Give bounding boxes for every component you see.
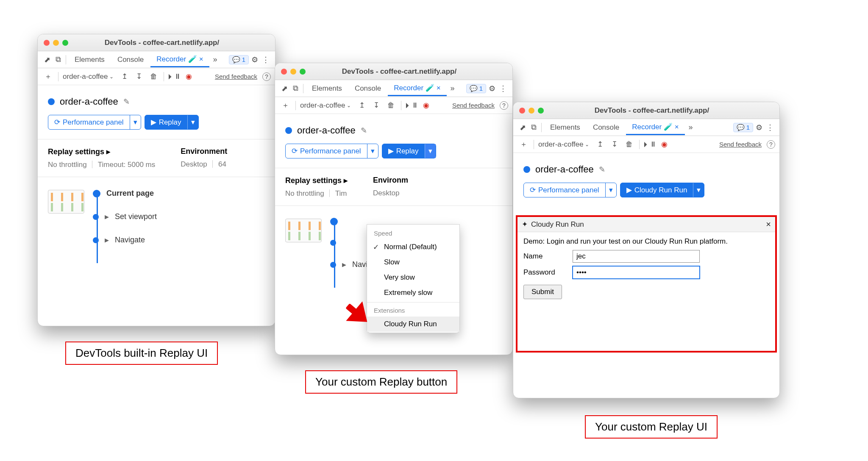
tab-console[interactable]: Console <box>349 82 387 95</box>
custom-replay-caret[interactable]: ▾ <box>693 183 704 197</box>
replay-button-caret[interactable]: ▾ <box>187 115 198 129</box>
record-icon[interactable]: ◉ <box>658 139 670 150</box>
step-icon[interactable]: ⏵⏸ <box>406 100 417 111</box>
environment-col: Environment Desktop 64 <box>181 147 227 169</box>
menu-item-extension-cloudy[interactable]: Cloudy Run Run <box>367 317 459 332</box>
minimize-window-icon[interactable] <box>290 69 296 75</box>
menu-item-very-slow[interactable]: Very slow <box>367 270 459 285</box>
device-icon[interactable]: ⧉ <box>529 122 539 133</box>
send-feedback-link[interactable]: Send feedback <box>719 141 762 148</box>
recording-selector[interactable]: order-a-coffee ⌄ <box>538 140 589 149</box>
inspect-icon[interactable]: ⬈ <box>42 55 52 65</box>
performance-panel-button[interactable]: ⟳ Performance panel ▾ <box>523 183 617 197</box>
step-icon[interactable]: ⏵⏸ <box>168 71 180 83</box>
tab-recorder[interactable]: Recorder 🧪 × <box>150 52 209 67</box>
tab-close-icon[interactable]: × <box>675 123 679 131</box>
new-recording-icon[interactable]: ＋ <box>279 100 291 111</box>
device-icon[interactable]: ⧉ <box>290 83 300 94</box>
expand-icon: ▶ <box>105 237 109 243</box>
extension-close-icon[interactable]: × <box>766 219 771 229</box>
performance-panel-button[interactable]: ⟳ Performance panel ▾ <box>285 144 378 158</box>
edit-title-icon[interactable]: ✎ <box>123 97 130 106</box>
delete-icon[interactable]: 🗑 <box>385 100 397 111</box>
menu-item-slow[interactable]: Slow <box>367 255 459 270</box>
help-icon[interactable]: ? <box>262 72 271 81</box>
performance-panel-caret[interactable]: ▾ <box>130 115 141 129</box>
tab-close-icon[interactable]: × <box>437 84 441 92</box>
zoom-window-icon[interactable] <box>300 69 306 75</box>
close-window-icon[interactable] <box>281 69 287 75</box>
inspect-icon[interactable]: ⬈ <box>279 83 289 94</box>
help-icon[interactable]: ? <box>500 101 508 110</box>
tab-elements[interactable]: Elements <box>544 121 586 134</box>
custom-replay-button[interactable]: ▶ Cloudy Run Run ▾ <box>620 183 705 197</box>
device-icon[interactable]: ⧉ <box>53 55 63 65</box>
export-icon[interactable]: ↥ <box>119 71 131 83</box>
submit-button[interactable]: Submit <box>523 285 562 299</box>
replay-button-caret[interactable]: ▾ <box>425 144 436 158</box>
zoom-window-icon[interactable] <box>538 108 544 114</box>
import-icon[interactable]: ↧ <box>609 139 620 150</box>
delete-icon[interactable]: 🗑 <box>623 139 635 150</box>
minimize-window-icon[interactable] <box>53 40 59 46</box>
tab-close-icon[interactable]: × <box>199 55 203 63</box>
more-tabs-icon[interactable]: » <box>210 55 220 65</box>
send-feedback-link[interactable]: Send feedback <box>215 73 257 80</box>
import-icon[interactable]: ↧ <box>133 71 145 83</box>
performance-panel-caret[interactable]: ▾ <box>367 144 378 158</box>
tab-recorder[interactable]: Recorder 🧪 × <box>626 120 684 135</box>
edit-title-icon[interactable]: ✎ <box>599 165 605 174</box>
kebab-icon[interactable]: ⋮ <box>498 83 508 94</box>
tab-recorder[interactable]: Recorder 🧪 × <box>388 81 446 96</box>
inspect-icon[interactable]: ⬈ <box>517 122 528 133</box>
export-icon[interactable]: ↥ <box>594 139 606 150</box>
step-current-page[interactable]: Current page <box>93 189 265 198</box>
menu-item-normal[interactable]: Normal (Default) <box>367 239 459 255</box>
import-icon[interactable]: ↧ <box>370 100 382 111</box>
help-icon[interactable]: ? <box>767 140 775 149</box>
new-recording-icon[interactable]: ＋ <box>517 139 529 150</box>
delete-icon[interactable]: 🗑 <box>147 71 159 83</box>
more-tabs-icon[interactable]: » <box>448 83 458 94</box>
recording-status-dot <box>285 127 292 134</box>
close-window-icon[interactable] <box>44 40 50 46</box>
gear-icon[interactable]: ⚙ <box>754 122 764 133</box>
replay-settings-heading[interactable]: Replay settings ▸ <box>48 147 155 156</box>
new-recording-icon[interactable]: ＋ <box>42 71 54 83</box>
issues-badge[interactable]: 💬 1 <box>733 123 753 132</box>
minimize-window-icon[interactable] <box>529 108 534 114</box>
replay-settings-heading[interactable]: Replay settings ▸ <box>285 176 348 185</box>
edit-title-icon[interactable]: ✎ <box>361 126 367 135</box>
recording-selector[interactable]: order-a-coffee ⌄ <box>300 101 351 110</box>
more-tabs-icon[interactable]: » <box>686 122 696 133</box>
step-icon[interactable]: ⏵⏸ <box>644 139 656 150</box>
performance-panel-caret[interactable]: ▾ <box>605 183 616 197</box>
devtools-tabs: ⬈ ⧉ Elements Console Recorder 🧪 × » 💬 1 … <box>275 80 512 97</box>
step-label: Set viewport <box>115 212 157 221</box>
send-feedback-link[interactable]: Send feedback <box>452 102 495 109</box>
tab-console[interactable]: Console <box>587 121 625 134</box>
record-icon[interactable]: ◉ <box>183 71 195 83</box>
replay-button[interactable]: ▶ Replay ▾ <box>382 144 436 158</box>
kebab-icon[interactable]: ⋮ <box>765 122 775 133</box>
password-input[interactable] <box>573 266 700 279</box>
step-set-viewport[interactable]: ▶ Set viewport <box>93 212 265 221</box>
issues-badge[interactable]: 💬 1 <box>466 84 486 93</box>
gear-icon[interactable]: ⚙ <box>487 83 497 94</box>
tab-console[interactable]: Console <box>111 53 150 67</box>
tab-elements[interactable]: Elements <box>306 82 348 95</box>
tab-elements[interactable]: Elements <box>69 53 111 67</box>
performance-panel-button[interactable]: ⟳ Performance panel ▾ <box>48 115 141 130</box>
issues-badge[interactable]: 💬 1 <box>229 55 249 64</box>
kebab-icon[interactable]: ⋮ <box>261 55 271 65</box>
step-navigate[interactable]: ▶ Navigate <box>93 236 265 244</box>
zoom-window-icon[interactable] <box>62 40 68 46</box>
menu-item-extremely-slow[interactable]: Extremely slow <box>367 285 459 300</box>
gear-icon[interactable]: ⚙ <box>250 55 260 65</box>
recording-selector[interactable]: order-a-coffee ⌄ <box>63 72 114 81</box>
name-input[interactable] <box>573 250 700 263</box>
record-icon[interactable]: ◉ <box>420 100 432 111</box>
replay-button[interactable]: ▶ Replay ▾ <box>145 115 199 130</box>
export-icon[interactable]: ↥ <box>356 100 368 111</box>
close-window-icon[interactable] <box>519 108 525 114</box>
